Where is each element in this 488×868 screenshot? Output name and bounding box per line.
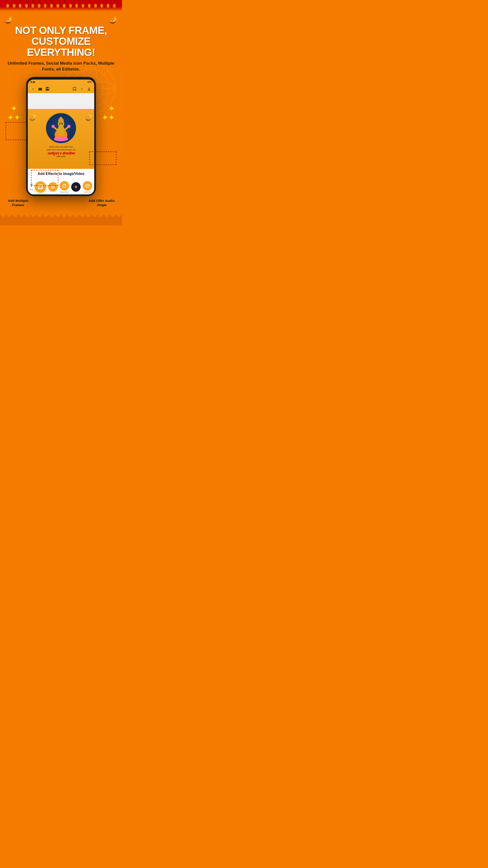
nav-insert-pic-label: Insert Pic xyxy=(84,191,91,193)
lantern xyxy=(100,0,103,8)
svg-point-30 xyxy=(67,125,70,128)
svg-rect-35 xyxy=(39,186,42,188)
layers-button[interactable] xyxy=(38,86,43,91)
bottom-scallop-svg xyxy=(0,214,122,225)
lantern xyxy=(37,0,41,8)
svg-rect-38 xyxy=(86,184,89,187)
nav-brand-label: Brand Info xyxy=(61,191,68,193)
diwali-text-area: दिव्यांची आरास, मनाचा वाढवी उत्सास लक्ष्… xyxy=(46,146,75,158)
ornament-right: ❋ xyxy=(88,118,92,124)
effects-nav-icon-circle xyxy=(71,182,80,192)
status-bar: 9:48 📶 47% xyxy=(28,80,94,85)
ornament-left: ❋ xyxy=(30,118,34,124)
battery-text: 47% xyxy=(88,81,92,83)
status-icons: 📶 47% xyxy=(84,81,92,83)
lantern xyxy=(31,0,35,8)
lanterns-row xyxy=(0,0,122,8)
add-offer-audio-jingle-label: Add Offer Audio Jingle xyxy=(88,198,115,207)
bottom-border xyxy=(0,214,122,225)
diwali-small-text-2: लक्ष्मीचे आगमन सोनपावलांनी द्यावे एकदम ख… xyxy=(46,149,75,152)
nav-effects-item[interactable] xyxy=(71,182,80,192)
hero-subtitle: Unlimited Frames, Social Media icon Pack… xyxy=(4,60,118,72)
lantern xyxy=(69,0,72,8)
diwali-image-area: 🪔 🪔 ❋ ❋ xyxy=(28,109,94,169)
hero-title: NOT ONLY FRAME, CUSTOMIZE EVERYTHING! xyxy=(4,25,118,58)
save-button[interactable] xyxy=(45,86,50,91)
lantern xyxy=(56,0,60,8)
svg-rect-15 xyxy=(46,87,48,88)
insert-pic-nav-icon-circle xyxy=(83,181,92,191)
fireworks-right-icon: ✦✦✦ xyxy=(102,104,115,122)
lakshmi-image-circle xyxy=(45,112,77,144)
svg-rect-37 xyxy=(63,185,66,187)
svg-point-31 xyxy=(59,123,61,125)
add-multiple-frames-label: Add Multiple Frames xyxy=(7,198,29,207)
svg-point-29 xyxy=(52,125,55,128)
svg-rect-13 xyxy=(38,90,42,90)
lantern xyxy=(106,0,110,8)
svg-point-32 xyxy=(61,123,63,125)
diwali-small-text-1: दिव्यांची आरास, मनाचा वाढवी उत्सास xyxy=(46,146,75,149)
top-decorative-strip xyxy=(0,0,122,11)
phone-mockup: 9:48 📶 47% ‹ xyxy=(26,77,96,196)
svg-rect-16 xyxy=(46,89,48,90)
lantern xyxy=(112,0,116,8)
annotation-box-right xyxy=(89,151,116,165)
hero-section: 🪔 🪔 NOT ONLY FRAME, CUSTOMIZE EVERYTHING… xyxy=(0,11,122,214)
diya-left-icon: 🪔 xyxy=(4,16,13,24)
svg-marker-26 xyxy=(58,116,64,120)
dashed-selection-box xyxy=(31,170,58,186)
annotation-box-left xyxy=(6,122,28,140)
diwali-sub-text: हार्दिक शुभेच्छा xyxy=(46,156,75,158)
nav-insert-pic-item[interactable]: Insert Pic xyxy=(83,181,92,193)
download-button[interactable] xyxy=(87,86,92,91)
lantern xyxy=(75,0,78,8)
lantern xyxy=(18,0,22,8)
svg-line-28 xyxy=(65,127,68,130)
phone-white-area xyxy=(28,93,94,109)
svg-rect-11 xyxy=(38,88,42,89)
nav-text-label: Text xyxy=(30,188,33,191)
diya-right-icon: 🪔 xyxy=(109,16,118,24)
back-button[interactable]: ‹ xyxy=(31,86,35,91)
lantern xyxy=(50,0,53,8)
svg-point-33 xyxy=(61,122,61,123)
toolbar-right-group: ○ xyxy=(72,86,92,91)
lantern xyxy=(43,0,47,8)
diwali-main-heading: लक्ष्मीपूजन व दीपावलीच्या xyxy=(46,152,75,156)
nav-brand-item[interactable]: Brand Info xyxy=(60,181,69,193)
svg-rect-12 xyxy=(38,89,42,90)
lantern xyxy=(81,0,85,8)
lakshmi-svg xyxy=(47,115,74,142)
app-toolbar: ‹ ○ xyxy=(28,85,94,93)
page-root: 🪔 🪔 NOT ONLY FRAME, CUSTOMIZE EVERYTHING… xyxy=(0,0,122,225)
svg-point-40 xyxy=(86,185,87,186)
lantern xyxy=(62,0,66,8)
lantern xyxy=(94,0,97,8)
lantern xyxy=(12,0,16,8)
wifi-icon: 📶 xyxy=(84,81,87,83)
circle-button[interactable]: ○ xyxy=(79,86,84,91)
brand-nav-icon-circle xyxy=(60,181,69,191)
lantern xyxy=(88,0,91,8)
svg-rect-25 xyxy=(58,120,64,123)
status-time: 9:48 xyxy=(31,81,35,84)
lantern xyxy=(25,0,28,8)
svg-line-27 xyxy=(54,127,57,130)
phone-screen: 9:48 📶 47% ‹ xyxy=(28,80,94,194)
toolbar-left-group: ‹ xyxy=(31,86,50,91)
lantern xyxy=(6,0,9,8)
fireworks-left-icon: ✦✦✦ xyxy=(7,104,20,122)
bookmark-button[interactable] xyxy=(72,86,77,91)
add-effects-section: Add Effects to Image/Video xyxy=(28,169,94,179)
